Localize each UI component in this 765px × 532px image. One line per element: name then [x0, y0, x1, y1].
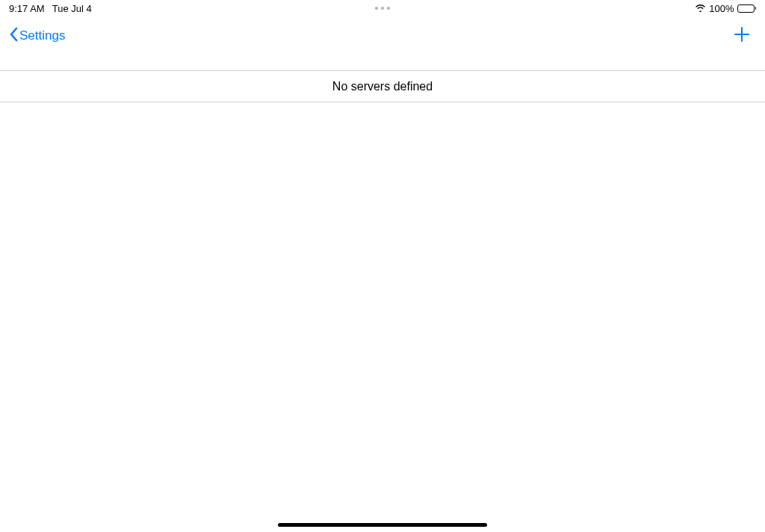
- content-area: No servers defined: [0, 70, 765, 102]
- status-date: Tue Jul 4: [52, 3, 92, 14]
- empty-state-row: No servers defined: [0, 71, 765, 102]
- navigation-bar: Settings: [0, 19, 765, 52]
- battery-percent: 100%: [709, 3, 734, 14]
- dot-icon: [387, 7, 390, 10]
- status-right: 100%: [695, 3, 756, 14]
- back-button[interactable]: Settings: [9, 27, 65, 46]
- status-bar: 9:17 AM Tue Jul 4 100%: [0, 0, 765, 16]
- empty-state-message: No servers defined: [332, 80, 433, 93]
- status-left: 9:17 AM Tue Jul 4: [9, 3, 92, 14]
- multitasking-dots[interactable]: [375, 7, 390, 10]
- back-label: Settings: [19, 28, 65, 43]
- status-time: 9:17 AM: [9, 3, 45, 14]
- battery-icon: [737, 4, 757, 13]
- chevron-left-icon: [9, 27, 18, 46]
- dot-icon: [375, 7, 378, 10]
- plus-icon: [734, 26, 750, 46]
- dot-icon: [381, 7, 384, 10]
- wifi-icon: [695, 3, 706, 14]
- home-indicator[interactable]: [278, 523, 487, 527]
- add-button[interactable]: [734, 26, 750, 46]
